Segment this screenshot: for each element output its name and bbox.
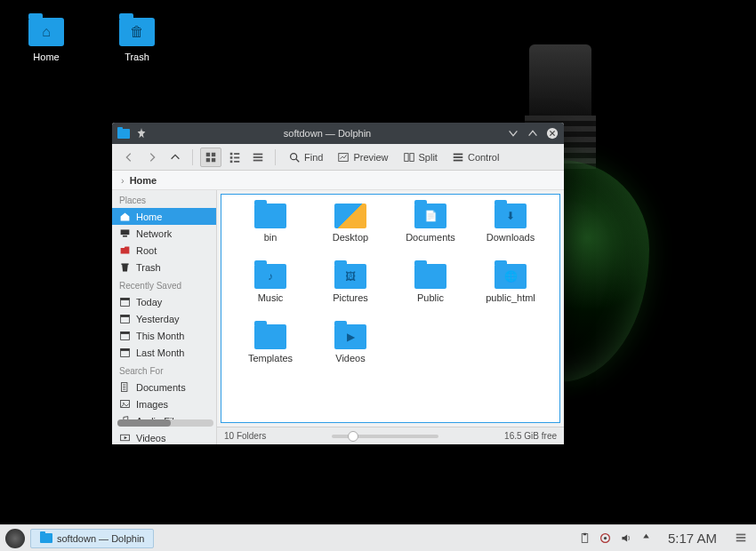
tray-network-icon[interactable] [599,532,611,544]
dolphin-window: softdown — Dolphin Find Preview Split Co… [112,123,564,444]
svg-rect-6 [234,153,239,155]
preview-button[interactable]: Preview [332,148,393,167]
folder-public-html[interactable]: 🌐public_html [470,264,551,319]
folder-pictures[interactable]: 🖼Pictures [310,264,390,319]
cal-icon [119,347,131,358]
svg-rect-1 [206,152,210,156]
sidebar-item-yesterday[interactable]: Yesterday [112,310,216,327]
find-label: Find [304,152,323,163]
breadcrumb[interactable]: › Home [112,171,564,190]
folder-videos[interactable]: ▶Videos [310,324,390,379]
folder-templates[interactable]: Templates [230,324,310,379]
svg-rect-16 [404,153,407,161]
folder-view[interactable]: binDesktop📄Documents⬇Downloads♪Music🖼Pic… [221,194,560,423]
sidebar-item-images[interactable]: Images [112,395,216,412]
svg-rect-29 [121,331,130,333]
trash-icon [119,261,131,273]
svg-rect-44 [736,533,746,535]
preview-label: Preview [353,152,388,163]
folder-bin[interactable]: bin [230,204,310,259]
sidebar-header: Search For [112,361,216,379]
svg-rect-9 [230,160,233,163]
control-button[interactable]: Control [446,148,504,167]
svg-rect-17 [409,153,413,161]
folder-desktop[interactable]: Desktop [310,204,390,259]
sidebar-item-videos[interactable]: Videos [112,429,216,444]
tray-volume-icon[interactable] [620,532,631,544]
split-label: Split [419,152,438,163]
folder-public[interactable]: Public [390,264,470,319]
nav-up-button[interactable] [165,148,185,167]
svg-rect-8 [234,156,239,158]
status-free-space: 16.5 GiB free [504,431,557,441]
statusbar: 10 Folders 16.5 GiB free [217,427,564,444]
sidebar-header: Places [112,190,216,208]
folder-documents[interactable]: 📄Documents [390,204,470,259]
sidebar-item-root[interactable]: Root [112,242,216,259]
tray-updates-icon[interactable] [640,532,652,544]
svg-rect-45 [736,537,746,539]
svg-rect-46 [736,539,746,541]
window-close-button[interactable] [546,127,559,140]
cal-icon [119,296,131,307]
svg-rect-21 [121,229,130,235]
doc-icon [119,381,131,393]
tray-clipboard-icon[interactable] [579,532,591,544]
sidebar-item-network[interactable]: Network [112,225,216,242]
img-icon [119,398,131,410]
desktop-icon-trash[interactable]: 🗑Trash [110,18,164,62]
cal-icon [119,313,131,324]
svg-rect-25 [121,298,130,299]
sidebar-item-home[interactable]: Home [112,208,216,225]
svg-rect-13 [253,159,263,161]
svg-rect-18 [454,153,463,155]
status-count: 10 Folders [224,431,266,441]
home-icon [119,211,131,222]
svg-rect-23 [121,263,128,265]
svg-point-14 [291,153,297,159]
nav-forward-button[interactable] [142,148,162,167]
titlebar-pin-icon[interactable] [135,127,148,140]
svg-rect-31 [121,348,130,350]
task-icon [40,533,52,543]
svg-rect-20 [454,159,463,161]
window-title: softdown — Dolphin [148,128,507,139]
taskbar-clock[interactable]: 5:17 AM [668,531,717,546]
view-icons-button[interactable] [200,148,221,167]
split-button[interactable]: Split [398,148,443,167]
view-compact-button[interactable] [225,148,245,167]
zoom-slider[interactable] [273,435,497,438]
sidebar-hscrollbar[interactable] [117,419,213,427]
taskbar-task-dolphin[interactable]: softdown — Dolphin [30,529,154,548]
control-label: Control [468,152,499,163]
sidebar-item-trash[interactable]: Trash [112,259,216,276]
sidebar-item-today[interactable]: Today [112,293,216,310]
titlebar-app-icon [117,127,130,140]
desktop-icon-home[interactable]: ⌂Home [20,18,73,62]
view-details-button[interactable] [248,148,268,167]
svg-rect-19 [454,156,463,158]
sidebar-item-documents[interactable]: Documents [112,379,216,395]
start-button[interactable] [5,529,25,548]
system-tray: 5:17 AM [579,531,751,546]
window-minimize-button[interactable] [507,127,519,140]
taskbar: softdown — Dolphin 5:17 AM [0,524,756,551]
svg-rect-2 [212,152,215,156]
window-titlebar[interactable]: softdown — Dolphin [112,123,564,144]
sidebar-item-this-month[interactable]: This Month [112,327,216,344]
svg-rect-4 [212,157,215,161]
svg-point-43 [604,537,607,539]
sidebar-item-last-month[interactable]: Last Month [112,344,216,361]
root-icon [119,244,131,256]
svg-rect-11 [253,153,263,155]
nav-back-button[interactable] [119,148,139,167]
breadcrumb-segment[interactable]: Home [130,175,157,186]
window-maximize-button[interactable] [527,127,539,140]
places-sidebar[interactable]: PlacesHomeNetworkRootTrashRecently Saved… [112,190,217,444]
find-button[interactable]: Find [283,148,328,167]
folder-downloads[interactable]: ⬇Downloads [470,204,551,259]
chevron-right-icon: › [121,175,125,186]
folder-music[interactable]: ♪Music [230,264,310,319]
svg-rect-3 [206,157,210,161]
taskbar-menu-icon[interactable] [731,531,751,546]
